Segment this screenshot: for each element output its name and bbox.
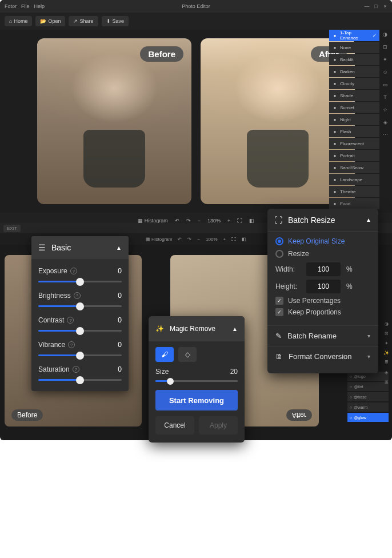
right-icon-strip: ◑ ⊡ ✦ ☺ ▭ T ☆ ◈ ⋯	[381, 30, 391, 140]
preset-night[interactable]: ●Night	[329, 114, 379, 125]
titlebar: Fotor File Help Photo Editor — □ ×	[0, 0, 392, 13]
preset-flash[interactable]: ●Flash	[329, 126, 379, 137]
sec-crop-icon[interactable]: ⊡	[383, 330, 390, 337]
sec-effects-icon[interactable]: ✦	[383, 340, 390, 346]
menu-help[interactable]: Help	[34, 3, 45, 9]
preset-icon: ●	[332, 153, 338, 158]
sec-preset-item[interactable]: ○@warm	[347, 402, 389, 412]
checkbox-checked-icon	[275, 308, 283, 316]
chevron-up-icon: ▲	[366, 217, 371, 223]
undo-icon-2[interactable]: ↶	[178, 237, 182, 242]
radio-checked-icon	[275, 237, 283, 245]
frames-icon[interactable]: ▭	[381, 80, 390, 89]
preset-none[interactable]: ●None	[329, 42, 379, 53]
save-button[interactable]: ⬇Save	[102, 16, 129, 26]
elements-icon[interactable]: ◈	[381, 118, 390, 127]
batch-resize-header[interactable]: ⛶ Batch Resize ▲	[267, 209, 378, 232]
beauty-icon[interactable]: ☺	[381, 67, 390, 77]
redo-icon-2[interactable]: ↷	[187, 237, 191, 242]
brush-tool[interactable]: 🖌	[155, 347, 174, 362]
preset-food[interactable]: ●Food	[329, 198, 379, 209]
maximize-icon[interactable]: □	[373, 3, 379, 10]
resize-radio[interactable]: Resize	[275, 250, 370, 258]
preset-icon: ●	[332, 69, 338, 74]
preset-sand-snow[interactable]: ●Sand/Snow	[329, 162, 379, 173]
preset-theatre[interactable]: ●Theatre	[329, 186, 379, 197]
preset-backlit[interactable]: ●Backlit	[329, 54, 379, 65]
slider-thumb[interactable]	[76, 376, 84, 384]
slider-value: 0	[118, 316, 122, 324]
magic-panel-header[interactable]: ✨ Magic Remove ▲	[149, 316, 245, 341]
histogram-toggle-2[interactable]: ▦ Histogram	[146, 237, 173, 242]
home-button[interactable]: ⌂Home	[5, 16, 32, 26]
slider-thumb[interactable]	[76, 278, 84, 286]
slider-thumb[interactable]	[76, 302, 84, 310]
exit-button[interactable]: EXIT	[3, 225, 21, 232]
slider-track[interactable]	[38, 379, 122, 381]
sec-adjust-icon[interactable]: ◑	[383, 320, 390, 327]
help-icon[interactable]: ?	[70, 268, 77, 274]
zoom-out-icon-2[interactable]: −	[197, 237, 200, 242]
basic-panel-header[interactable]: ☰ Basic ▲	[31, 236, 129, 259]
preset-icon: ●	[332, 105, 338, 110]
size-thumb[interactable]	[167, 378, 174, 385]
preset-sunset[interactable]: ●Sunset	[329, 102, 379, 113]
sec-preset-item[interactable]: ○@base	[347, 392, 389, 401]
sec-batch-icon[interactable]: ⊞	[383, 378, 390, 385]
preset-1-tap-enhance[interactable]: ●1-Tap Enhance✓	[329, 30, 379, 41]
size-slider[interactable]	[155, 380, 238, 382]
stickers-icon[interactable]: ☆	[381, 105, 390, 114]
minimize-icon[interactable]: —	[363, 3, 370, 10]
zoom-in-icon-2[interactable]: +	[223, 237, 226, 242]
file-icon: 🗎	[275, 352, 283, 361]
keep-original-radio[interactable]: Keep Original Size	[275, 237, 370, 245]
help-icon[interactable]: ?	[74, 292, 81, 299]
format-conversion-row[interactable]: 🗎 Format Conversion ▾	[267, 346, 378, 366]
preset-shade[interactable]: ●Shade	[329, 90, 379, 101]
preset-portrait[interactable]: ●Portrait	[329, 150, 379, 161]
slider-value: 0	[118, 267, 122, 275]
effects-icon[interactable]: ✦	[381, 55, 390, 64]
slider-track[interactable]	[38, 305, 122, 307]
open-button[interactable]: 📂Open	[35, 16, 65, 26]
preset-fluorescent[interactable]: ●Fluorescent	[329, 138, 379, 149]
text-icon[interactable]: T	[381, 93, 390, 102]
adjust-icon[interactable]: ◑	[381, 30, 390, 39]
sec-elements-icon[interactable]: ◈	[383, 369, 390, 376]
slider-track[interactable]	[38, 330, 122, 332]
start-removing-button[interactable]: Start Removing	[155, 390, 238, 410]
fit-icon-2[interactable]: ⛶	[231, 237, 236, 242]
slider-thumb[interactable]	[76, 327, 84, 335]
eraser-tool[interactable]: ◇	[178, 347, 197, 362]
keep-proportions-checkbox[interactable]: Keep Proportions	[275, 308, 370, 316]
use-percentages-checkbox[interactable]: Use Percentages	[275, 297, 370, 305]
wand-icon: ✨	[155, 325, 164, 333]
apply-button[interactable]: Apply	[199, 416, 238, 435]
slider-track[interactable]	[38, 354, 122, 356]
close-icon[interactable]: ×	[382, 3, 389, 10]
sec-layers-icon[interactable]: ≣	[383, 359, 390, 366]
help-icon[interactable]: ?	[73, 366, 79, 373]
batch-rename-row[interactable]: ✎ Batch Rename ▾	[267, 325, 378, 346]
width-input[interactable]: 100	[306, 262, 341, 276]
share-button[interactable]: ↗Share	[69, 16, 98, 26]
preset-landscape[interactable]: ●Landscape	[329, 174, 379, 185]
cancel-button[interactable]: Cancel	[155, 416, 194, 435]
height-input[interactable]: 100	[306, 280, 341, 293]
sec-preset-item[interactable]: ○@glow	[347, 413, 389, 422]
size-label: Size	[155, 368, 169, 376]
preset-darken[interactable]: ●Darken	[329, 66, 379, 77]
chevron-down-icon: ▾	[367, 333, 370, 339]
sec-ai-icon[interactable]: ✨	[383, 349, 390, 356]
menu-file[interactable]: File	[21, 3, 30, 9]
compare-icon-2[interactable]: ◧	[242, 237, 246, 242]
preset-cloudy[interactable]: ●Cloudy	[329, 78, 379, 89]
crop-icon[interactable]: ⊡	[381, 42, 390, 51]
slider-value: 0	[118, 292, 122, 300]
help-icon[interactable]: ?	[67, 317, 74, 324]
help-icon[interactable]: ?	[68, 341, 75, 348]
more-icon[interactable]: ⋯	[381, 130, 390, 140]
slider-thumb[interactable]	[76, 352, 84, 360]
slider-track[interactable]	[38, 281, 122, 282]
magic-remove-panel: ✨ Magic Remove ▲ 🖌 ◇ Size 20 Start Remov…	[149, 316, 245, 443]
